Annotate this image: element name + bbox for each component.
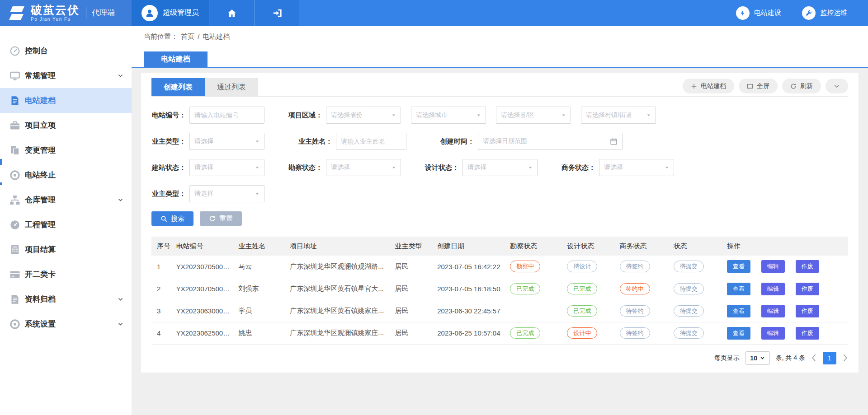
sidebar-item-label: 变更管理 <box>25 145 56 155</box>
tab-passed-list[interactable]: 通过列表 <box>205 78 258 96</box>
quick-link-monitor-ops[interactable]: 监控运维 <box>802 6 847 20</box>
caret-down-icon <box>528 165 533 170</box>
sidebar-item-project-settlement[interactable]: 项目结算 <box>0 237 132 262</box>
toolbar-more-button[interactable] <box>826 79 848 93</box>
calendar-icon[interactable] <box>610 138 618 145</box>
filter-select-build-status[interactable]: 请选择 <box>189 159 264 176</box>
sidebar-item-station-termination[interactable]: 电站终止 <box>0 163 132 187</box>
filter-label-owner-type: 业主类型： <box>151 137 189 146</box>
next-page-button[interactable] <box>842 354 848 362</box>
prev-page-button[interactable] <box>811 354 817 362</box>
filter-select-survey-status[interactable]: 请选择 <box>326 159 401 176</box>
pagination: 每页显示 10 条, 共 4 条 1 <box>151 351 848 365</box>
filter-select-province[interactable]: 请选择省份 <box>326 107 401 124</box>
cell-owner-name: 刘强东 <box>233 278 284 300</box>
cell-station-code: YX2023062500004 <box>171 322 233 344</box>
void-button[interactable]: 作废 <box>796 260 819 273</box>
filter-input-station-code[interactable] <box>189 107 264 124</box>
chevron-down-icon <box>118 321 123 327</box>
view-button[interactable]: 查看 <box>727 327 750 340</box>
chevron-down-icon <box>118 197 123 203</box>
select-placeholder: 请选择 <box>194 163 213 172</box>
sidebar-item-second-type-card[interactable]: 开二类卡 <box>0 262 132 287</box>
cell-status: 待提交 <box>668 278 722 300</box>
status-badge: 已完成 <box>510 327 540 339</box>
cell-status: 待提交 <box>668 300 722 322</box>
filter-group-survey-status: 勘察状态：请选择 <box>288 159 401 176</box>
toolbar-refresh-button[interactable]: 刷新 <box>782 79 821 93</box>
caret-down-icon <box>561 113 566 117</box>
main-area: 当前位置： 首页 / 电站建档 电站建档 创建列表通过列表 电站建档全屏刷新 电… <box>132 26 868 415</box>
sidebar-item-station-archive[interactable]: 电站建档 <box>0 88 132 113</box>
cell-owner-type: 居民 <box>390 322 432 344</box>
cell-index: 1 <box>151 256 171 278</box>
sidebar-item-engineering-management[interactable]: 工程管理 <box>0 212 132 237</box>
sidebar-item-general-management[interactable]: 常规管理 <box>0 63 132 88</box>
table-column-header-0: 序号 <box>151 237 171 256</box>
edit-button[interactable]: 编辑 <box>761 305 785 317</box>
bolt-icon <box>736 6 750 20</box>
filter-select-town[interactable]: 请选择村镇/街道 <box>581 107 656 124</box>
cell-owner-name: 学员 <box>233 300 284 322</box>
toolbar-fullscreen-button[interactable]: 全屏 <box>739 79 778 93</box>
per-page-value: 10 <box>750 354 757 362</box>
status-badge: 待提交 <box>674 283 704 295</box>
filter-select-business-status[interactable]: 请选择 <box>599 159 674 176</box>
sidebar-item-project-initiation[interactable]: 项目立项 <box>0 113 132 138</box>
logout-button[interactable] <box>254 0 299 26</box>
filter-label-created-range: 创建时间： <box>440 137 478 146</box>
card-toolbar: 电站建档全屏刷新 <box>683 79 848 93</box>
sidebar-item-warehouse-management[interactable]: 仓库管理 <box>0 187 132 212</box>
view-button[interactable]: 查看 <box>727 283 750 295</box>
filter-select-design-status[interactable]: 请选择 <box>462 159 538 176</box>
page-tab-station-archive[interactable]: 电站建档 <box>144 51 208 67</box>
filter-select-owner-type[interactable]: 请选择 <box>189 133 264 150</box>
briefcase-icon <box>9 120 21 131</box>
user-menu[interactable]: 超级管理员 <box>132 0 209 26</box>
sidebar-item-system-settings[interactable]: 系统设置 <box>0 312 132 336</box>
edit-button[interactable]: 编辑 <box>761 327 785 340</box>
edit-button[interactable]: 编辑 <box>761 283 785 295</box>
app-header: 破茧云伏 Po Jian Yun Fu 代理端 超级管理员 电站建设监控运维 <box>0 0 868 26</box>
sidebar-scrollbar-mark[interactable] <box>0 159 2 165</box>
home-icon <box>227 8 237 18</box>
filter-select-county[interactable]: 请选择县/区 <box>496 107 571 124</box>
cell-owner-name: 姚忠 <box>233 322 284 344</box>
cell-created-date: 2023-06-25 10:57:04 <box>432 322 505 344</box>
tab-create-list[interactable]: 创建列表 <box>151 78 205 96</box>
filter-input-owner-name[interactable] <box>336 133 406 150</box>
filter-label-owner-name: 业主姓名： <box>298 137 336 146</box>
sidebar-item-console[interactable]: 控制台 <box>0 38 132 63</box>
search-button[interactable]: 搜索 <box>151 211 193 226</box>
filter-date-created-range[interactable]: 请选择日期范围 <box>478 133 623 150</box>
view-button[interactable]: 查看 <box>727 305 750 317</box>
breadcrumb-home[interactable]: 首页 <box>181 33 194 41</box>
sidebar-scrollbar-mark[interactable] <box>0 182 2 185</box>
edit-button[interactable]: 编辑 <box>761 260 785 273</box>
home-button[interactable] <box>209 0 254 26</box>
cell-created-date: 2023-06-30 22:45:57 <box>432 300 505 322</box>
cell-business-status: 待签约 <box>614 256 668 278</box>
table-column-header-10: 操作 <box>722 237 848 256</box>
sidebar: 控制台常规管理电站建档项目立项变更管理电站终止仓库管理工程管理项目结算开二类卡资… <box>0 26 132 415</box>
cell-design-status: 已完成 <box>561 278 614 300</box>
void-button[interactable]: 作废 <box>796 327 819 340</box>
toolbar-add-station-button[interactable]: 电站建档 <box>683 79 734 93</box>
page-button-1[interactable]: 1 <box>823 352 836 364</box>
filter-select-owner-type-2[interactable]: 请选择 <box>189 185 264 202</box>
sidebar-item-change-management[interactable]: 变更管理 <box>0 138 132 163</box>
cell-project-address: 广东深圳龙华区黄石镇姚家庄... <box>284 300 389 322</box>
logo-section: 破茧云伏 Po Jian Yun Fu 代理端 <box>0 0 132 26</box>
view-button[interactable]: 查看 <box>727 260 750 273</box>
filter-label-station-code: 电站编号： <box>151 111 189 120</box>
reset-button[interactable]: 重置 <box>200 211 242 226</box>
status-badge: 待设计 <box>567 261 597 272</box>
cell-actions: 查看编辑作废 <box>722 322 848 344</box>
void-button[interactable]: 作废 <box>796 283 819 295</box>
logo-subtitle: Po Jian Yun Fu <box>31 17 80 22</box>
filter-select-city[interactable]: 请选择城市 <box>411 107 486 124</box>
void-button[interactable]: 作废 <box>796 305 819 317</box>
sidebar-item-data-archive[interactable]: 资料归档 <box>0 287 132 312</box>
quick-link-station-build[interactable]: 电站建设 <box>736 6 781 20</box>
per-page-select[interactable]: 10 <box>745 351 770 365</box>
